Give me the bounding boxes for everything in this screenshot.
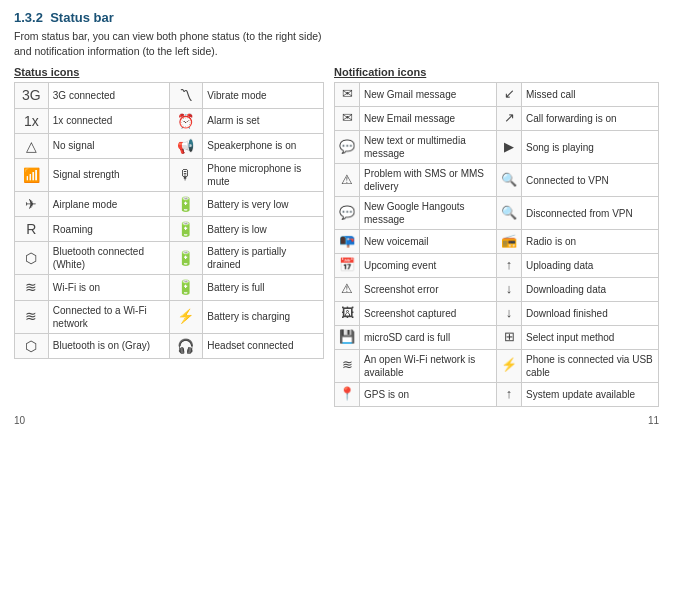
- notif-icon: ✉: [335, 83, 360, 107]
- status-label2: Battery is charging: [203, 300, 324, 333]
- notif-label: New text or multimedia message: [360, 131, 497, 164]
- status-icon2: 🔋: [169, 242, 203, 275]
- notif-icon2: ↓: [497, 277, 522, 301]
- status-icon: ≋: [15, 300, 49, 333]
- status-icons-table: 3G 3G connected 〽 Vibrate mode 1x 1x con…: [14, 82, 324, 358]
- table-row: 💬 New text or multimedia message ▶ Song …: [335, 131, 659, 164]
- table-row: △ No signal 📢 Speakerphone is on: [15, 133, 324, 158]
- notif-label2: Download finished: [522, 301, 659, 325]
- status-icon2: 📢: [169, 133, 203, 158]
- notif-icon2: ↗: [497, 107, 522, 131]
- notif-icon: ⚠: [335, 164, 360, 197]
- notif-label2: Song is playing: [522, 131, 659, 164]
- page-numbers: 10 11: [14, 415, 659, 426]
- notif-label2: Phone is connected via USB cable: [522, 349, 659, 382]
- table-row: 📶 Signal strength 🎙 Phone microphone is …: [15, 158, 324, 191]
- status-icons-title: Status icons: [14, 66, 324, 78]
- notif-icon2: ↑: [497, 254, 522, 278]
- status-icon: △: [15, 133, 49, 158]
- status-icon2: 🎧: [169, 333, 203, 358]
- status-icon: R: [15, 217, 49, 242]
- table-row: 💬 New Google Hangouts message 🔍 Disconne…: [335, 197, 659, 230]
- table-row: ≋ Connected to a Wi-Fi network ⚡ Battery…: [15, 300, 324, 333]
- status-icon: 📶: [15, 158, 49, 191]
- status-label2: Battery is full: [203, 275, 324, 300]
- notif-label2: Uploading data: [522, 254, 659, 278]
- notif-icon: 📅: [335, 254, 360, 278]
- status-label: Roaming: [48, 217, 169, 242]
- notif-label: New Gmail message: [360, 83, 497, 107]
- table-row: ⚠ Problem with SMS or MMS delivery 🔍 Con…: [335, 164, 659, 197]
- status-label: Airplane mode: [48, 191, 169, 216]
- table-row: 🖼 Screenshot captured ↓ Download finishe…: [335, 301, 659, 325]
- table-row: R Roaming 🔋 Battery is low: [15, 217, 324, 242]
- notif-label: Problem with SMS or MMS delivery: [360, 164, 497, 197]
- notif-icon2: ⚡: [497, 349, 522, 382]
- notif-label: New Email message: [360, 107, 497, 131]
- status-icon: ⬡: [15, 242, 49, 275]
- table-row: 3G 3G connected 〽 Vibrate mode: [15, 83, 324, 108]
- status-label2: Vibrate mode: [203, 83, 324, 108]
- notif-label2: Radio is on: [522, 230, 659, 254]
- notif-label2: Select input method: [522, 325, 659, 349]
- status-icon2: ⏰: [169, 108, 203, 133]
- status-label2: Battery is partially drained: [203, 242, 324, 275]
- intro-text: From status bar, you can view both phone…: [14, 29, 659, 58]
- notif-label: New voicemail: [360, 230, 497, 254]
- status-icon: ⬡: [15, 333, 49, 358]
- table-row: ≋ An open Wi-Fi network is available ⚡ P…: [335, 349, 659, 382]
- notif-label2: System update available: [522, 382, 659, 406]
- status-label: Wi-Fi is on: [48, 275, 169, 300]
- status-icon: 1x: [15, 108, 49, 133]
- status-icon2: 🔋: [169, 191, 203, 216]
- status-label: 1x connected: [48, 108, 169, 133]
- status-icon2: 🔋: [169, 217, 203, 242]
- notif-icon2: ▶: [497, 131, 522, 164]
- status-label: Bluetooth connected (White): [48, 242, 169, 275]
- notif-label2: Connected to VPN: [522, 164, 659, 197]
- table-row: 💾 microSD card is full ⊞ Select input me…: [335, 325, 659, 349]
- table-row: 📭 New voicemail 📻 Radio is on: [335, 230, 659, 254]
- notif-icon2: ↙: [497, 83, 522, 107]
- notif-icon: 💬: [335, 131, 360, 164]
- notif-icon: 📭: [335, 230, 360, 254]
- table-row: ⬡ Bluetooth connected (White) 🔋 Battery …: [15, 242, 324, 275]
- notif-icon: 🖼: [335, 301, 360, 325]
- table-row: ⚠ Screenshot error ↓ Downloading data: [335, 277, 659, 301]
- status-label2: Battery is low: [203, 217, 324, 242]
- status-label2: Alarm is set: [203, 108, 324, 133]
- status-icon2: 🔋: [169, 275, 203, 300]
- notif-icon2: ↓: [497, 301, 522, 325]
- status-label: 3G connected: [48, 83, 169, 108]
- table-row: ✉ New Gmail message ↙ Missed call: [335, 83, 659, 107]
- notif-label2: Disconnected from VPN: [522, 197, 659, 230]
- notif-label: GPS is on: [360, 382, 497, 406]
- table-row: ≋ Wi-Fi is on 🔋 Battery is full: [15, 275, 324, 300]
- status-label2: Speakerphone is on: [203, 133, 324, 158]
- notif-icon2: ↑: [497, 382, 522, 406]
- notif-icon: 📍: [335, 382, 360, 406]
- notif-icon2: 🔍: [497, 164, 522, 197]
- notif-label: Screenshot captured: [360, 301, 497, 325]
- table-row: ✉ New Email message ↗ Call forwarding is…: [335, 107, 659, 131]
- status-label: Connected to a Wi-Fi network: [48, 300, 169, 333]
- status-icon: 3G: [15, 83, 49, 108]
- status-label: Signal strength: [48, 158, 169, 191]
- section-heading: 1.3.2 Status bar: [14, 10, 659, 25]
- table-row: 1x 1x connected ⏰ Alarm is set: [15, 108, 324, 133]
- table-row: 📍 GPS is on ↑ System update available: [335, 382, 659, 406]
- notification-icons-section: Notification icons ✉ New Gmail message ↙…: [334, 66, 659, 406]
- notif-icon: 💾: [335, 325, 360, 349]
- notif-label2: Downloading data: [522, 277, 659, 301]
- notif-label: microSD card is full: [360, 325, 497, 349]
- status-icon2: 🎙: [169, 158, 203, 191]
- status-icon2: ⚡: [169, 300, 203, 333]
- notif-label: New Google Hangouts message: [360, 197, 497, 230]
- notification-icons-title: Notification icons: [334, 66, 659, 78]
- page-left: 10: [14, 415, 25, 426]
- notif-icon2: ⊞: [497, 325, 522, 349]
- notification-icons-table: ✉ New Gmail message ↙ Missed call ✉ New …: [334, 82, 659, 406]
- notif-icon2: 📻: [497, 230, 522, 254]
- table-row: 📅 Upcoming event ↑ Uploading data: [335, 254, 659, 278]
- notif-label2: Missed call: [522, 83, 659, 107]
